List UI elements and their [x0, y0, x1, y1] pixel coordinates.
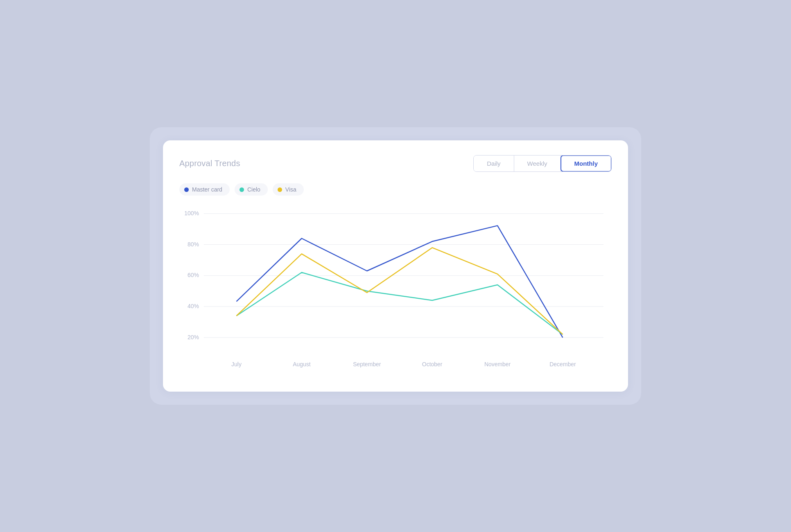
cielo-dot: [240, 187, 244, 192]
svg-text:September: September: [353, 361, 381, 368]
visa-label: Visa: [285, 186, 296, 193]
svg-text:October: October: [422, 361, 443, 368]
svg-text:80%: 80%: [188, 241, 199, 248]
cielo-label: Cielo: [247, 186, 260, 193]
card: Approval Trends Daily Weekly Monthly Mas…: [163, 140, 628, 391]
svg-text:40%: 40%: [188, 303, 199, 309]
time-filter-group: Daily Weekly Monthly: [473, 155, 612, 172]
mastercard-line: [236, 226, 563, 338]
outer-container: Approval Trends Daily Weekly Monthly Mas…: [150, 127, 641, 404]
legend-item-mastercard: Master card: [179, 183, 230, 196]
cielo-line: [236, 273, 563, 334]
svg-text:20%: 20%: [188, 334, 199, 340]
weekly-button[interactable]: Weekly: [514, 156, 561, 171]
svg-text:November: November: [484, 361, 511, 368]
mastercard-dot: [184, 187, 189, 192]
monthly-button[interactable]: Monthly: [560, 155, 612, 172]
page-title: Approval Trends: [179, 159, 240, 168]
legend: Master card Cielo Visa: [179, 183, 612, 196]
svg-text:July: July: [231, 361, 242, 368]
daily-button[interactable]: Daily: [474, 156, 514, 171]
svg-text:December: December: [549, 361, 576, 368]
legend-item-visa: Visa: [273, 183, 304, 196]
visa-dot: [278, 187, 282, 192]
svg-text:60%: 60%: [188, 272, 199, 279]
visa-line: [236, 248, 563, 335]
header: Approval Trends Daily Weekly Monthly: [179, 155, 612, 172]
chart-area: 100% 80% 60% 40% 20% July August Septemb…: [179, 205, 612, 376]
chart-svg: 100% 80% 60% 40% 20% July August Septemb…: [179, 205, 612, 376]
legend-item-cielo: Cielo: [235, 183, 268, 196]
svg-text:August: August: [293, 361, 311, 368]
svg-text:100%: 100%: [184, 210, 199, 216]
mastercard-label: Master card: [192, 186, 222, 193]
